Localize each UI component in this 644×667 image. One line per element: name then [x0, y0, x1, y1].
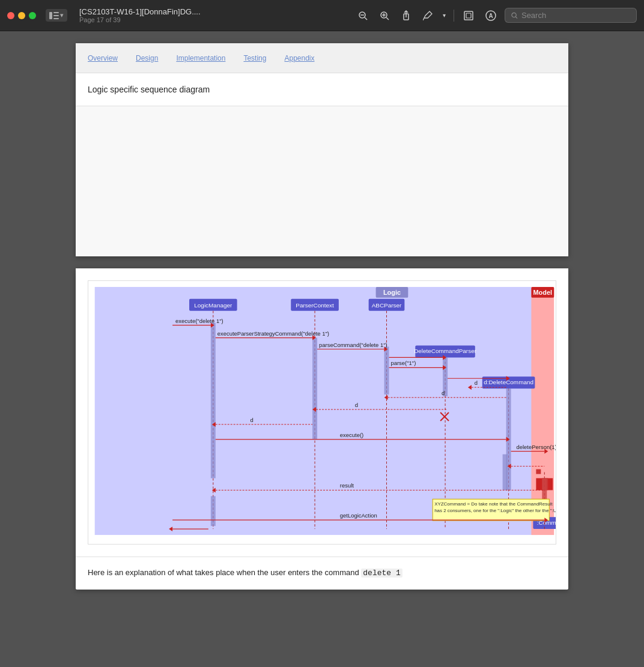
svg-rect-53: [211, 496, 216, 526]
svg-text:d: d: [475, 379, 478, 386]
nav-item-5[interactable]: Appendix: [284, 54, 314, 62]
svg-text:ParserContext: ParserContext: [296, 302, 334, 309]
svg-rect-0: [49, 12, 52, 19]
section-header: Logic specific sequence diagram: [76, 73, 568, 106]
annotate-button[interactable]: [419, 8, 436, 23]
svg-text:d: d: [442, 390, 445, 396]
svg-text:DeleteCommandParser: DeleteCommandParser: [414, 348, 477, 354]
svg-text:getLogicAction: getLogicAction: [340, 512, 377, 519]
page-indicator: Page 17 of 39: [79, 16, 347, 23]
traffic-lights: [7, 12, 36, 19]
chevron-down-icon: ▾: [60, 11, 64, 19]
svg-rect-2: [53, 15, 59, 16]
svg-rect-3: [53, 18, 59, 19]
svg-line-6: [365, 17, 367, 20]
document-title: [CS2103T-W16-1][DonnaFin]DG....: [79, 7, 248, 16]
blank-content-area: [76, 106, 568, 256]
nav-item-4[interactable]: Testing: [243, 54, 266, 62]
svg-text:execute("delete 1"): execute("delete 1"): [175, 318, 223, 324]
maximize-button[interactable]: [29, 12, 36, 19]
nav-item-3[interactable]: Implementation: [176, 54, 225, 62]
toolbar-divider: [454, 10, 454, 22]
svg-rect-92: [536, 469, 541, 474]
page-1: Overview Design Implementation Testing A…: [76, 43, 568, 256]
svg-text:Logic: Logic: [383, 289, 401, 296]
diagram-area: Logic Model LogicManager ParserContext A…: [76, 268, 568, 557]
page-top-nav: Overview Design Implementation Testing A…: [76, 43, 568, 73]
minimize-button[interactable]: [18, 12, 25, 19]
zoom-out-button[interactable]: [354, 8, 371, 23]
main-content: Overview Design Implementation Testing A…: [0, 31, 644, 667]
svg-point-18: [512, 13, 516, 17]
svg-text:parse("1"): parse("1"): [390, 360, 416, 366]
sidebar-toggle-button[interactable]: ▾: [46, 9, 67, 22]
svg-text:A: A: [488, 13, 493, 19]
search-icon: [511, 12, 518, 19]
svg-text:LogicManager: LogicManager: [194, 302, 232, 309]
sequence-diagram-wrapper: Logic Model LogicManager ParserContext A…: [88, 280, 556, 545]
share-button[interactable]: [398, 8, 415, 23]
close-button[interactable]: [7, 12, 14, 19]
svg-line-19: [515, 16, 517, 18]
code-snippet: delete 1: [361, 569, 402, 578]
svg-rect-51: [503, 454, 508, 490]
svg-rect-1: [53, 12, 59, 13]
svg-text:d:DeleteCommand: d:DeleteCommand: [484, 379, 533, 385]
profile-button[interactable]: A: [482, 8, 500, 23]
svg-text:ABCParser: ABCParser: [372, 302, 402, 309]
window-button[interactable]: [460, 8, 477, 23]
nav-item-1[interactable]: Overview: [88, 54, 118, 62]
svg-text:deletePerson(1): deletePerson(1): [517, 444, 556, 450]
zoom-in-button[interactable]: [376, 8, 393, 23]
svg-text:d: d: [355, 402, 358, 408]
svg-text:has 2 consumers, one for the ": has 2 consumers, one for the ":Logic" th…: [434, 508, 556, 513]
explanation-text: Here is an explanation of what takes pla…: [88, 567, 556, 580]
svg-text:executeParserStrategyCommand(": executeParserStrategyCommand("delete 1"): [217, 330, 329, 337]
nav-item-2[interactable]: Design: [136, 54, 158, 62]
section-title: Logic specific sequence diagram: [88, 85, 210, 94]
svg-rect-48: [384, 347, 389, 395]
svg-text:result: result: [340, 482, 354, 489]
page-2: Logic Model LogicManager ParserContext A…: [76, 268, 568, 590]
sequence-diagram: Logic Model LogicManager ParserContext A…: [88, 281, 556, 544]
svg-rect-14: [464, 11, 473, 20]
titlebar: ▾ [CS2103T-W16-1][DonnaFin]DG.... Page 1…: [0, 0, 644, 31]
document-title-section: [CS2103T-W16-1][DonnaFin]DG.... Page 17 …: [79, 7, 347, 23]
page-text-section: Here is an explanation of what takes pla…: [76, 557, 568, 590]
svg-rect-15: [466, 13, 471, 18]
svg-text:XYZCommand = Do take note that: XYZCommand = Do take note that the Comma…: [434, 501, 553, 507]
toolbar-actions: ▾ A: [354, 8, 637, 23]
svg-line-13: [423, 18, 424, 20]
svg-text:parseCommand("delete 1"): parseCommand("delete 1"): [319, 342, 387, 348]
annotate-dropdown-button[interactable]: ▾: [441, 11, 448, 20]
search-input[interactable]: [521, 11, 630, 20]
svg-text:d: d: [251, 417, 254, 423]
svg-rect-46: [211, 323, 216, 478]
svg-line-10: [386, 17, 389, 20]
svg-rect-47: [312, 338, 317, 439]
svg-text:Model: Model: [533, 289, 553, 296]
search-bar[interactable]: [505, 8, 637, 23]
svg-text:execute(): execute(): [340, 432, 363, 438]
